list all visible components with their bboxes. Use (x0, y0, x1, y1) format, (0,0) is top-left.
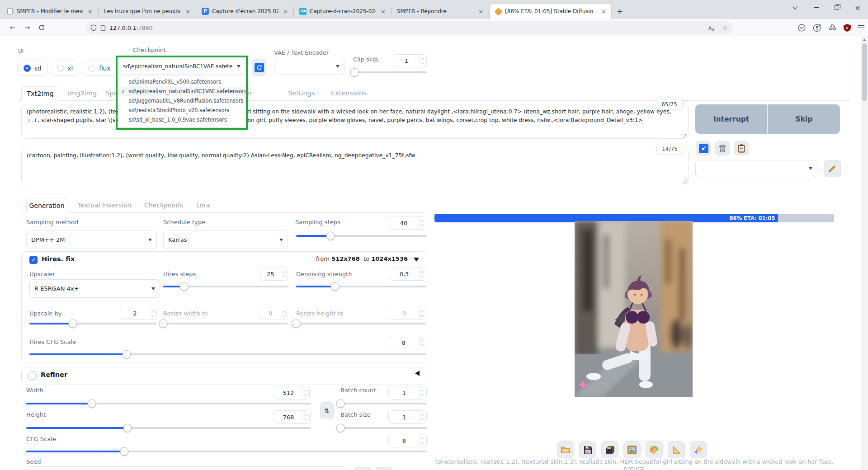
clip-skip-input[interactable]: 1 (393, 54, 427, 67)
ublock-icon[interactable]: u (844, 24, 851, 32)
tab-textual-inversion[interactable]: Textual Inversion (78, 202, 131, 209)
batch-size-slider[interactable] (340, 427, 427, 429)
hires-cfg-input[interactable]: 8 (388, 336, 426, 349)
stepper-icon[interactable] (420, 386, 426, 399)
batch-count-input[interactable]: 1 (388, 386, 427, 400)
interrupt-button[interactable]: Interrupt (695, 104, 767, 134)
browser-tab-active[interactable]: [86% ETA: 01:05] Stable Diffusio × (490, 4, 611, 19)
seed-input[interactable] (26, 466, 346, 470)
denoising-slider[interactable] (296, 286, 426, 287)
ui-option-xl[interactable]: xl (51, 61, 80, 76)
hires-fix-checkbox[interactable] (29, 256, 38, 264)
close-window-button[interactable]: × (847, 0, 868, 15)
stepper-icon[interactable] (420, 55, 426, 67)
checkpoint-option[interactable]: sd\animaPencilXL_v500.safetensors (118, 77, 245, 87)
tab-img2img[interactable]: Img2img (68, 89, 97, 97)
reload-icon[interactable] (34, 21, 49, 34)
negative-prompt-textarea[interactable]: (cartoon, painting, illustration:1.2), (… (21, 148, 689, 185)
browser-tab[interactable]: P Capture d'écran 2025 02 16 184 × (197, 4, 293, 19)
cfg-scale-slider[interactable] (26, 451, 427, 452)
stepper-icon[interactable] (419, 268, 426, 280)
tab-lora[interactable]: Lora (196, 202, 210, 209)
vae-dropdown[interactable] (274, 58, 344, 75)
expand-arrow-icon[interactable] (415, 371, 420, 376)
open-folder-button[interactable] (557, 441, 574, 458)
sampling-steps-slider[interactable] (296, 235, 426, 237)
hires-cfg-slider[interactable] (29, 353, 426, 355)
save-image-button[interactable] (579, 441, 596, 458)
bookmark-star-icon[interactable]: ☆ (722, 24, 728, 32)
styles-dropdown[interactable] (695, 160, 817, 177)
batch-count-slider[interactable] (340, 403, 427, 404)
tab-close-icon[interactable]: × (477, 8, 485, 15)
height-slider[interactable] (26, 427, 311, 429)
stepper-icon[interactable] (302, 386, 309, 399)
swap-dimensions-button[interactable]: ⇅ (320, 402, 334, 419)
tab-close-icon[interactable]: × (379, 8, 387, 15)
random-seed-button[interactable] (354, 467, 372, 470)
stepper-icon[interactable] (281, 268, 288, 280)
tab-checkpoints[interactable]: Checkpoints (144, 202, 183, 209)
checkpoint-dropdown[interactable]: sd\epicrealism_naturalSinRC1VAE.safete (118, 58, 245, 75)
minimize-button[interactable] (806, 0, 826, 15)
resize-height-slider[interactable] (296, 323, 426, 324)
stepper-icon[interactable] (150, 307, 156, 320)
upscale-button[interactable] (690, 441, 707, 458)
tab-settings[interactable]: Settings (288, 89, 315, 97)
shield-icon[interactable] (90, 24, 97, 31)
reuse-seed-button[interactable] (375, 467, 392, 470)
batch-size-input[interactable]: 1 (388, 410, 427, 424)
page-scrollbar[interactable] (861, 36, 868, 470)
menu-hamburger-icon[interactable] (858, 25, 864, 31)
browser-tab[interactable]: SMPFR - Répondre × (392, 4, 488, 19)
send-to-img2img-button[interactable] (623, 441, 641, 458)
account-icon[interactable] (813, 24, 821, 32)
hires-steps-input[interactable]: 25 (260, 268, 288, 281)
stepper-icon[interactable] (420, 434, 426, 447)
new-tab-button[interactable]: + (611, 4, 628, 19)
scroll-up-icon[interactable] (863, 38, 866, 41)
resize-handle-icon[interactable] (681, 178, 687, 184)
generated-image-preview[interactable] (575, 221, 693, 397)
browser-tab[interactable]: Les trucs que l'on ne peux/veux pas × (99, 4, 195, 19)
refiner-checkbox[interactable] (28, 371, 37, 380)
cfg-scale-input[interactable]: 8 (388, 434, 427, 447)
restore-button[interactable] (826, 0, 847, 15)
send-to-extras-button[interactable] (668, 441, 685, 458)
tab-close-icon[interactable]: × (86, 8, 94, 15)
skip-button[interactable]: Skip (768, 104, 840, 134)
width-slider[interactable] (26, 403, 311, 404)
checkpoint-option[interactable]: sd\juggernautXL_v8Rundiffusion.safetenso… (118, 96, 245, 106)
sampling-steps-input[interactable]: 40 (388, 216, 426, 230)
stepper-icon[interactable] (420, 411, 426, 423)
tab-generation[interactable]: Generation (26, 198, 67, 213)
scrollbar-thumb[interactable] (862, 43, 867, 101)
clear-prompt-button[interactable] (715, 141, 730, 155)
tab-close-icon[interactable]: × (600, 8, 608, 15)
forward-icon[interactable]: → (20, 21, 34, 34)
list-tabs-icon[interactable] (785, 0, 806, 15)
browser-tab[interactable]: ibb Capture-d-cran-2025-02-16-17 × (295, 4, 391, 19)
stepper-icon[interactable] (419, 307, 426, 320)
denoising-input[interactable]: 0,3 (389, 268, 426, 281)
pocket-icon[interactable] (798, 24, 806, 32)
tab-extensions[interactable]: Extensions (331, 89, 367, 97)
collapse-arrow-icon[interactable] (414, 258, 419, 262)
apply-styles-button[interactable] (734, 141, 749, 155)
checkpoint-option-selected[interactable]: ✓sd\epicrealism_naturalSinRC1VAE.safeten… (118, 87, 245, 96)
upscaler-dropdown[interactable]: R-ESRGAN 4x+ (29, 279, 160, 298)
hires-steps-slider[interactable] (163, 286, 288, 287)
stepper-icon[interactable] (281, 307, 288, 320)
page-info-icon[interactable] (100, 25, 106, 31)
ui-option-sd[interactable]: sd (17, 61, 48, 76)
upscale-by-input[interactable]: 2 (120, 307, 157, 320)
height-input[interactable]: 768 (274, 410, 310, 424)
resize-height-input[interactable]: 0 (389, 307, 426, 320)
edit-styles-button[interactable] (824, 160, 841, 177)
tab-close-icon[interactable]: × (282, 8, 289, 15)
tab-txt2img[interactable]: Txt2img (21, 86, 59, 101)
checkpoint-option[interactable]: sd\sd_xl_base_1.0_0.9vae.safetensors (118, 115, 245, 125)
send-to-inpaint-button[interactable] (646, 441, 663, 458)
resize-handle-icon[interactable] (681, 132, 687, 137)
upscale-by-slider[interactable] (29, 323, 157, 324)
